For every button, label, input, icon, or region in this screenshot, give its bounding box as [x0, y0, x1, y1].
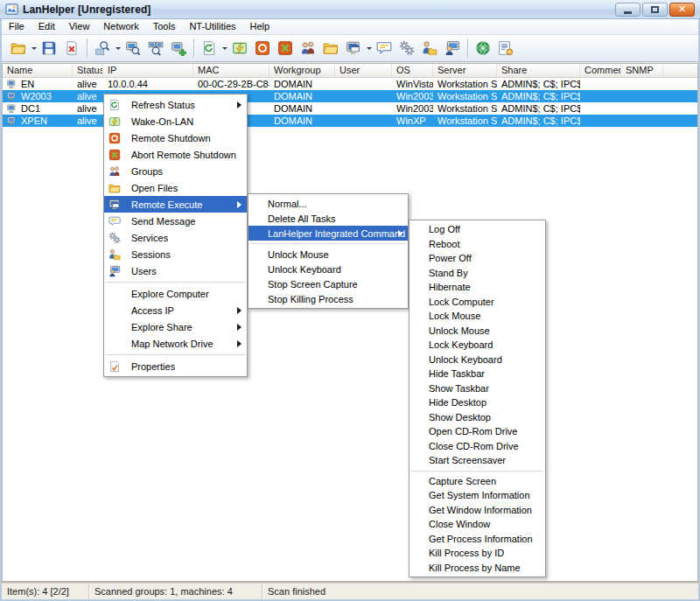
services-button[interactable]	[396, 38, 418, 59]
menu-file[interactable]: File	[2, 19, 32, 34]
column-workgroup[interactable]: Workgroup	[270, 64, 335, 77]
maximize-button[interactable]	[642, 3, 668, 17]
menu-item-reboot[interactable]: Reboot	[410, 237, 545, 252]
minimize-button[interactable]	[615, 3, 640, 17]
menu-item-lock-computer[interactable]: Lock Computer	[410, 295, 545, 310]
menu-item-normal[interactable]: Normal...	[248, 196, 408, 211]
menu-item-refresh-status[interactable]: Refresh Status	[104, 96, 247, 113]
menu-edit[interactable]: Edit	[32, 19, 62, 34]
open-dropdown[interactable]	[30, 38, 38, 59]
column-status[interactable]: Status	[73, 64, 103, 77]
column-snmp[interactable]: SNMP	[621, 64, 663, 77]
search-computer-button[interactable]	[122, 38, 144, 59]
table-row[interactable]: EN alive 10.0.0.44 00-0C-29-2B-C8-67 DOM…	[3, 78, 697, 90]
menu-nt-utilities[interactable]: NT-Utilities	[182, 19, 242, 34]
menu-item-explore-share[interactable]: Explore Share	[104, 318, 247, 335]
menu-item-get-system-information[interactable]: Get System Information	[410, 488, 545, 503]
menu-item-unlock-keyboard[interactable]: Unlock Keyboard	[410, 353, 545, 367]
abort-shutdown-button[interactable]	[274, 38, 297, 59]
menu-item-unlock-mouse[interactable]: Unlock Mouse	[248, 247, 408, 262]
menu-item-users[interactable]: Users	[104, 262, 247, 279]
menu-item-stop-screen-capture[interactable]: Stop Screen Capture	[248, 276, 408, 291]
menu-item-stop-killing-process[interactable]: Stop Killing Process	[248, 291, 408, 306]
menu-item-hibernate[interactable]: Hibernate	[410, 280, 545, 295]
menu-item-sessions[interactable]: Sessions	[104, 246, 247, 262]
column-server[interactable]: Server	[433, 64, 497, 77]
sessions-button[interactable]	[418, 38, 441, 59]
open-files-button[interactable]	[319, 38, 342, 59]
menu-item-get-process-information[interactable]: Get Process Information	[410, 532, 545, 547]
menu-item-hide-desktop[interactable]: Hide Desktop	[410, 395, 545, 410]
machine-name-cell: DC1	[3, 102, 73, 115]
web-button[interactable]	[472, 38, 494, 59]
menu-network[interactable]: Network	[96, 19, 145, 34]
menu-item-wake-on-lan[interactable]: Wake-On-LAN	[104, 113, 247, 129]
menu-item-unlock-keyboard[interactable]: Unlock Keyboard	[248, 262, 408, 276]
menu-item-remote-execute[interactable]: Remote Execute	[104, 196, 247, 213]
column-os[interactable]: OS	[392, 64, 433, 77]
menu-item-remote-shutdown[interactable]: Remote Shutdown	[104, 129, 247, 146]
send-message-button[interactable]	[373, 38, 396, 59]
menu-item-unlock-mouse[interactable]: Unlock Mouse	[410, 324, 545, 339]
search-network-button[interactable]	[144, 38, 167, 59]
menu-item-delete-all-tasks[interactable]: Delete All Tasks	[248, 211, 408, 226]
add-computer-button[interactable]	[167, 38, 190, 59]
column-mac[interactable]: MAC	[193, 64, 270, 77]
menu-item-groups[interactable]: Groups	[104, 163, 247, 179]
column-comment[interactable]: Comment	[580, 64, 621, 77]
menu-item-kill-process-by-name[interactable]: Kill Process by Name	[410, 561, 545, 576]
scan-button[interactable]	[91, 38, 114, 59]
menu-item-kill-process-by-id[interactable]: Kill Process by ID	[410, 546, 545, 561]
menu-item-services[interactable]: Services	[104, 229, 247, 246]
menu-item-abort-remote-shutdown[interactable]: Abort Remote Shutdown	[104, 146, 247, 163]
menu-item-lanhelper-integrated-command[interactable]: LanHelper Integrated Command	[248, 226, 408, 241]
menu-item-get-window-information[interactable]: Get Window Information	[410, 503, 545, 518]
menu-help[interactable]: Help	[243, 19, 277, 34]
menu-item-log-off[interactable]: Log Off	[410, 222, 545, 237]
menu-item-access-ip[interactable]: Access IP	[104, 302, 247, 318]
menu-item-close-cd-rom-drive[interactable]: Close CD-Rom Drive	[410, 439, 545, 454]
menu-item-send-message[interactable]: Send Message	[104, 213, 247, 229]
user-accounts-icon	[444, 40, 460, 56]
app-icon	[5, 3, 18, 16]
users-icon	[108, 264, 122, 278]
menu-item-properties[interactable]: Properties	[104, 358, 247, 374]
wake-on-lan-button[interactable]	[228, 38, 251, 59]
menu-view[interactable]: View	[62, 19, 97, 34]
close-button[interactable]: ✕	[669, 3, 695, 17]
menu-item-show-desktop[interactable]: Show Desktop	[410, 410, 545, 425]
menu-item-show-taskbar[interactable]: Show Taskbar	[410, 381, 545, 396]
open-button[interactable]	[7, 38, 30, 59]
column-share[interactable]: Share	[497, 64, 580, 77]
open-files-icon	[323, 40, 339, 56]
users-button[interactable]	[297, 38, 319, 59]
column-ip[interactable]: IP	[103, 64, 193, 77]
options-button[interactable]	[494, 38, 517, 59]
add-computer-icon	[171, 40, 186, 56]
menu-item-lock-keyboard[interactable]: Lock Keyboard	[410, 338, 545, 353]
menu-item-map-network-drive[interactable]: Map Network Drive	[104, 335, 247, 352]
menu-item-stand-by[interactable]: Stand By	[410, 266, 545, 281]
save-button[interactable]	[38, 38, 60, 59]
menu-item-open-files[interactable]: Open Files	[104, 179, 247, 196]
delete-button[interactable]	[60, 38, 83, 59]
menu-item-lock-mouse[interactable]: Lock Mouse	[410, 309, 545, 324]
menu-item-explore-computer[interactable]: Explore Computer	[104, 285, 247, 302]
menu-item-start-screensaver[interactable]: Start Screensaver	[410, 453, 545, 468]
menu-item-capture-screen[interactable]: Capture Screen	[410, 474, 545, 489]
menu-item-hide-taskbar[interactable]: Hide Taskbar	[410, 367, 545, 381]
menu-item-open-cd-rom-drive[interactable]: Open CD-Rom Drive	[410, 424, 545, 439]
scan-dropdown[interactable]	[114, 38, 122, 59]
remote-shutdown-button[interactable]	[251, 38, 274, 59]
refresh-dropdown[interactable]	[220, 38, 228, 59]
refresh-button[interactable]	[198, 38, 220, 59]
user-accounts-button[interactable]	[441, 38, 464, 59]
column-user[interactable]: User	[335, 64, 392, 77]
menu-tools[interactable]: Tools	[146, 19, 183, 34]
menu-item-power-off[interactable]: Power Off	[410, 251, 545, 266]
remote-execute-button[interactable]	[342, 38, 365, 59]
remote-execute-dropdown[interactable]	[365, 38, 373, 59]
column-name[interactable]: Name	[3, 64, 73, 77]
menu-item-close-window[interactable]: Close Window	[410, 517, 545, 532]
os-cell: WinVista	[392, 78, 433, 90]
